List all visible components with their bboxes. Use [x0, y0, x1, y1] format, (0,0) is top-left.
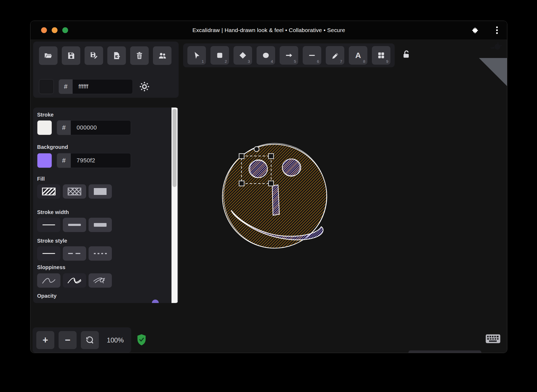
hex-hash-prefix: #	[59, 79, 73, 94]
sloppiness-artist-button[interactable]	[63, 273, 86, 288]
rotation-handle	[254, 147, 259, 152]
fill-cross-hatch-button[interactable]	[63, 184, 86, 199]
panel-scrollbar-thumb[interactable]	[173, 109, 177, 187]
canvas-background-hex-input[interactable]: # ffffff	[59, 79, 133, 94]
stroke-width-extra-bold-button[interactable]	[89, 218, 112, 232]
tool-draw[interactable]: 7	[326, 46, 344, 65]
stroke-style-solid-button[interactable]	[37, 246, 60, 261]
sloppiness-cartoonist-button[interactable]	[89, 273, 112, 288]
lock-icon[interactable]	[402, 50, 411, 59]
opacity-slider-thumb[interactable]	[152, 300, 159, 303]
hex-hash-prefix: #	[57, 121, 71, 135]
save-button[interactable]	[62, 46, 80, 65]
stroke-style-dashed-button[interactable]	[63, 246, 86, 261]
zoom-in-button[interactable]: +	[36, 331, 54, 349]
export-button[interactable]	[107, 46, 126, 65]
background-hex-value[interactable]: 7950f2	[71, 153, 131, 168]
stroke-hex-value[interactable]: 000000	[71, 121, 131, 135]
canvas-background-hex-value[interactable]: ffffff	[73, 79, 133, 94]
stroke-style-label: Stroke style	[37, 238, 67, 244]
titlebar: Excalidraw | Hand-drawn look & feel • Co…	[30, 21, 507, 40]
keyboard-shortcuts-icon[interactable]	[485, 334, 501, 344]
kebab-menu-icon[interactable]	[496, 26, 498, 35]
selection-handle-nw	[239, 154, 244, 159]
sun-icon[interactable]	[139, 81, 150, 92]
tool-rectangle[interactable]: 2	[210, 46, 229, 65]
fill-label: Fill	[37, 176, 45, 182]
fill-solid-button[interactable]	[89, 184, 112, 199]
stroke-hex-input[interactable]: # 000000	[57, 120, 131, 135]
canvas-background-swatch[interactable]	[39, 79, 54, 94]
background-color-swatch[interactable]	[37, 153, 52, 168]
panel-scrollbar[interactable]	[171, 108, 178, 303]
stroke-width-thin-button[interactable]	[37, 218, 60, 232]
stroke-style-dotted-button[interactable]	[89, 246, 112, 261]
smiley-nose	[272, 185, 279, 215]
tool-arrow[interactable]: 5	[280, 46, 298, 65]
zoom-level[interactable]: 100%	[101, 327, 130, 353]
background-hex-input[interactable]: # 7950f2	[57, 153, 131, 168]
background-label: Background	[37, 144, 68, 150]
tool-line[interactable]: 6	[303, 46, 321, 65]
open-button[interactable]	[39, 46, 58, 65]
stroke-color-swatch[interactable]	[37, 120, 52, 135]
shape-toolbar-island: 1 2 3 4 5 6 7	[183, 43, 395, 67]
stroke-label: Stroke	[37, 112, 54, 118]
sloppiness-label: Sloppiness	[37, 264, 65, 270]
window-title: Excalidraw | Hand-drawn look & feel • Co…	[30, 21, 507, 39]
zoom-out-button[interactable]: −	[59, 331, 77, 349]
stroke-width-label: Stroke width	[37, 209, 69, 215]
properties-panel: Stroke # 000000 Background # 7950f2 Fill	[33, 108, 179, 303]
app-window: Excalidraw | Hand-drawn look & feel • Co…	[30, 21, 507, 353]
encrypted-shield-icon	[137, 334, 146, 346]
clear-canvas-button[interactable]	[130, 46, 149, 65]
file-actions-island: # ffffff	[33, 42, 179, 98]
tool-ellipse[interactable]: 4	[257, 46, 275, 65]
tool-library[interactable]: 9	[372, 46, 390, 65]
opacity-label: Opacity	[37, 293, 56, 299]
selection-handle-sw	[239, 181, 244, 186]
tool-selection[interactable]: 1	[187, 46, 206, 65]
language-select[interactable]: English	[408, 350, 481, 353]
extension-puzzle-icon[interactable]	[472, 27, 479, 34]
fill-hachure-button[interactable]	[37, 184, 60, 199]
app-content: # ffffff Stroke # 000000 Background #	[30, 39, 507, 353]
tool-diamond[interactable]: 3	[234, 46, 252, 65]
tool-text[interactable]: A 8	[349, 46, 367, 65]
collaborators-button[interactable]	[153, 46, 171, 65]
zoom-island: + − 100%	[33, 327, 131, 353]
reset-zoom-button[interactable]	[81, 331, 99, 349]
selection-handle-ne	[268, 154, 274, 159]
hex-hash-prefix: #	[57, 153, 71, 168]
sloppiness-architect-button[interactable]	[37, 273, 60, 288]
stroke-width-bold-button[interactable]	[63, 218, 86, 232]
selection-handle-se	[268, 181, 274, 186]
save-as-button[interactable]	[85, 46, 103, 65]
text-tool-glyph: A	[355, 51, 361, 59]
